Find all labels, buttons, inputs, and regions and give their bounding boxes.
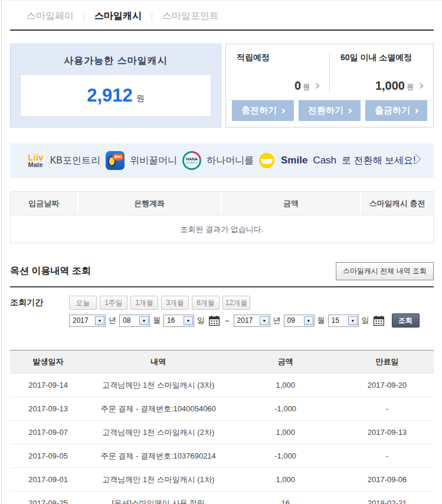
usage-header-detail: 내역 — [86, 351, 230, 373]
charge-button[interactable]: 충전하기 — [232, 100, 294, 121]
period-3month-button[interactable]: 3개월 — [161, 296, 189, 310]
table-row: 2017-09-07 고객님께만 1천 스마일캐시 (2차) 1,000 201… — [10, 421, 434, 444]
expiring-cash-link[interactable]: 1,000 원 — [375, 79, 423, 93]
cash-info-card: 적립예정 0 원 60일 이내 소멸예정 1,000 원 — [225, 44, 434, 127]
hana-logo-line1: HANA — [186, 157, 198, 161]
wibee-money-label: 위비꿀머니 — [130, 155, 177, 167]
to-day-select[interactable]: 15 ▼ — [328, 315, 359, 327]
from-calendar-icon[interactable] — [209, 316, 220, 326]
smile-mouth-shape — [261, 159, 272, 164]
table-row: 2017-09-05 주문 결제 - 결제번호:1037690214 -1,00… — [10, 444, 434, 468]
dropdown-arrow-icon: ▼ — [184, 316, 193, 325]
to-month-select[interactable]: 09 ▼ — [284, 315, 315, 327]
usage-cell-amount: 1,000 — [230, 421, 340, 444]
usage-cell-date: 2017-09-13 — [10, 397, 86, 420]
deposit-table-header: 입금날짜 은행계좌 금액 스마일캐시 충전 — [11, 192, 433, 215]
usage-section-title: 옥션 이용내역 조회 — [10, 265, 91, 277]
withdraw-button-label: 출금하기 — [375, 105, 410, 116]
from-year-value: 2017 — [70, 316, 94, 325]
usage-cell-date: 2017-09-14 — [10, 374, 86, 397]
tab-smilecash[interactable]: 스마일캐시 — [94, 10, 142, 22]
dropdown-arrow-icon: ▼ — [139, 316, 149, 325]
period-filter-row: 조회기간 오늘 1주일 1개월 3개월 6개월 12개월 — [10, 296, 434, 310]
deposit-table: 입금날짜 은행계좌 금액 스마일캐시 충전 조회된 결과가 없습니다. — [10, 191, 434, 243]
kb-pointree-label: KB포인트리 — [50, 155, 100, 167]
deposit-header-account: 은행계좌 — [78, 192, 222, 215]
usage-section-header: 옥션 이용내역 조회 스마일캐시 전체 내역 조회 — [10, 262, 434, 287]
tab-smilepay[interactable]: 스마일페이 — [27, 10, 74, 22]
convert-button-label: 전환하기 — [308, 105, 343, 116]
search-button[interactable]: 조회 — [392, 313, 420, 328]
from-year-select[interactable]: 2017 ▼ — [69, 315, 106, 327]
usage-cell-detail: 고객님께만 1천 스마일캐시 (3차) — [86, 374, 230, 397]
liiv-logo-line1: Liiv — [28, 153, 44, 162]
year-suffix-label: 년 — [109, 315, 116, 326]
to-year-select[interactable]: 2017 ▼ — [234, 315, 270, 327]
period-6month-button[interactable]: 6개월 — [192, 296, 220, 310]
chevron-right-icon — [347, 108, 352, 113]
withdraw-button[interactable]: 출금하기 — [365, 100, 427, 121]
from-month-select[interactable]: 08 ▼ — [119, 315, 150, 327]
usage-cell-detail: [옥션]스마일페이 사용 적립 — [86, 492, 230, 504]
dropdown-arrow-icon: ▼ — [260, 316, 269, 325]
liiv-logo-line2: Mate — [28, 162, 44, 168]
date-range-row: 2017 ▼ 년 08 ▼ 월 16 ▼ 일 ~ — [10, 313, 434, 328]
day-suffix-label: 일 — [362, 315, 369, 326]
available-cash-card: 사용가능한 스마일캐시 2,912 원 — [10, 44, 221, 127]
table-row: 2017-08-25 [옥션]스마일페이 사용 적립 16 2018-02-21 — [10, 492, 434, 504]
hana-logo-inner: HANA MEMBERS — [184, 153, 199, 168]
table-row: 2017-09-14 고객님께만 1천 스마일캐시 (3차) 1,000 201… — [10, 374, 434, 397]
table-row: 2017-09-13 주문 결제 - 결제번호:1040054060 -1,00… — [10, 397, 434, 421]
banner-suffix-text: 로 전환해 보세요! — [342, 155, 415, 167]
usage-cell-detail: 고객님께만 1천 스마일캐시 (1차) — [86, 468, 230, 491]
usage-cell-amount: -1,000 — [230, 444, 340, 467]
chevron-right-icon — [314, 83, 320, 89]
from-day-select[interactable]: 16 ▼ — [163, 315, 194, 327]
point-conversion-banner[interactable]: Liiv Mate KB포인트리 위비 위비꿀머니 HANA MEMBERS 하… — [10, 143, 434, 178]
usage-cell-detail: 고객님께만 1천 스마일캐시 (2차) — [86, 421, 230, 444]
all-history-button[interactable]: 스마일캐시 전체 내역 조회 — [336, 262, 434, 280]
period-today-button[interactable]: 오늘 — [69, 296, 97, 310]
hana-money-label: 하나머니를 — [207, 155, 254, 167]
usage-cell-detail: 주문 결제 - 결제번호:1037690214 — [86, 444, 230, 467]
deposit-header-charge: 스마일캐시 충전 — [361, 192, 433, 215]
period-1month-button[interactable]: 1개월 — [130, 296, 158, 310]
from-day-value: 16 — [164, 316, 183, 325]
usage-cell-expiry: 2017-09-20 — [340, 374, 434, 397]
usage-cell-amount: 1,000 — [230, 468, 340, 491]
month-suffix-label: 월 — [153, 315, 161, 326]
wibee-app-icon: 위비 — [106, 151, 125, 170]
usage-cell-amount: -1,000 — [230, 397, 340, 420]
expiring-cash-amount: 1,000 — [375, 79, 405, 93]
cash-logo-text: Cash — [313, 155, 336, 166]
tab-smilepoint[interactable]: 스마일포인트 — [162, 10, 219, 22]
to-calendar-icon[interactable] — [374, 316, 384, 326]
summary-row: 사용가능한 스마일캐시 2,912 원 적립예정 0 원 60일 이내 소 — [10, 44, 434, 127]
hana-members-logo-icon: HANA MEMBERS — [182, 151, 201, 170]
expiring-cash-label: 60일 이내 소멸예정 — [340, 53, 423, 63]
period-1week-button[interactable]: 1주일 — [100, 296, 127, 310]
day-suffix-label: 일 — [197, 315, 205, 326]
usage-cell-amount: 16 — [230, 492, 340, 504]
deposit-empty-message: 조회된 결과가 없습니다. — [11, 215, 433, 243]
table-row: 2017-09-01 고객님께만 1천 스마일캐시 (1차) 1,000 201… — [10, 468, 434, 492]
usage-table: 발생일자 내역 금액 만료일 2017-09-14 고객님께만 1천 스마일캐시… — [10, 350, 434, 504]
usage-table-header: 발생일자 내역 금액 만료일 — [10, 351, 434, 374]
dropdown-arrow-icon: ▼ — [348, 316, 358, 325]
usage-header-expiry: 만료일 — [340, 351, 434, 373]
convert-button[interactable]: 전환하기 — [299, 100, 361, 121]
usage-cell-expiry: 2018-02-21 — [340, 492, 434, 504]
pending-cash-unit: 원 — [303, 82, 310, 92]
available-cash-amount: 2,912 — [87, 85, 133, 106]
period-12month-button[interactable]: 12개월 — [222, 296, 250, 310]
pending-cash-link[interactable]: 0 원 — [294, 79, 319, 93]
year-suffix-label: 년 — [273, 315, 281, 326]
hana-logo-line2: MEMBERS — [186, 162, 198, 164]
usage-cell-date: 2017-08-25 — [10, 492, 86, 504]
usage-cell-date: 2017-09-01 — [10, 468, 86, 491]
period-filter-label: 조회기간 — [10, 297, 69, 308]
usage-cell-expiry: 2017-09-06 — [340, 468, 434, 491]
liiv-mate-logo-icon: Liiv Mate — [28, 153, 44, 168]
usage-cell-date: 2017-09-05 — [10, 444, 86, 467]
pending-cash-col: 적립예정 0 원 — [226, 51, 329, 94]
